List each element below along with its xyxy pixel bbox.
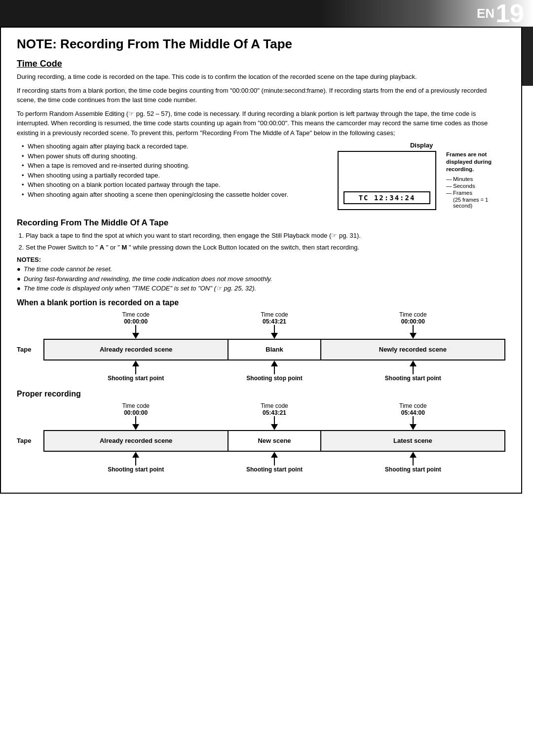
proper-seg-already: Already recorded scene bbox=[44, 431, 228, 451]
blank-arrow-below-1 bbox=[43, 360, 228, 374]
display-annotations: Frames are not displayed during recordin… bbox=[446, 151, 505, 209]
blank-shoot-label-1: Shooting start point bbox=[43, 374, 228, 382]
bullet-2: When power shuts off during shooting. bbox=[22, 151, 326, 161]
proper-arrow-up-3 bbox=[410, 452, 417, 466]
arrow-down-2 bbox=[271, 325, 278, 339]
notes-title: NOTES: bbox=[17, 256, 505, 263]
proper-tape-bar: Already recorded scene New scene Latest … bbox=[43, 430, 505, 452]
display-diagram-column: Display TC 12:34:24 Frames are not displ… bbox=[338, 142, 505, 210]
blank-tc-label-3: Time code bbox=[321, 311, 505, 318]
top-bar: EN 19 bbox=[0, 0, 533, 27]
arrow-up-2 bbox=[271, 360, 278, 374]
time-code-para2: If recording starts from a blank portion… bbox=[17, 86, 505, 105]
recording-middle-title: Recording From The Middle Of A Tape bbox=[17, 218, 505, 228]
time-code-para1: During recording, a time code is recorde… bbox=[17, 72, 505, 82]
time-code-section-title: Time Code bbox=[17, 59, 505, 69]
blank-arrow-above-2 bbox=[228, 325, 320, 339]
proper-tc-label-3: Time code bbox=[321, 402, 505, 409]
proper-arrow-down-3 bbox=[410, 416, 417, 430]
bullet-5: When shooting on a blank portion located… bbox=[22, 180, 326, 190]
time-code-para3: To perform Random Assemble Editing (☞ pg… bbox=[17, 109, 505, 138]
blank-tape-bar: Already recorded scene Blank Newly recor… bbox=[43, 339, 505, 360]
blank-arrow-below-2 bbox=[228, 360, 320, 374]
tc-display-box-wrapper: TC 12:34:24 bbox=[338, 151, 436, 210]
proper-tc-row: Time code 00:00:00 Time code 05:43:21 Ti… bbox=[17, 402, 505, 416]
proper-arrows-below bbox=[17, 452, 505, 466]
blank-portion-title: When a blank portion is recorded on a ta… bbox=[17, 298, 505, 307]
blank-tc-label-2: Time code bbox=[228, 311, 320, 318]
proper-tc-label-1: Time code bbox=[43, 402, 228, 409]
tc-display-box: TC 12:34:24 bbox=[338, 151, 436, 210]
arrow-down-3 bbox=[410, 325, 417, 339]
page-title: NOTE: Recording From The Middle Of A Tap… bbox=[17, 36, 505, 52]
blank-arrows-above bbox=[17, 325, 505, 339]
arrow-up-1 bbox=[132, 360, 139, 374]
proper-arrow-up-1 bbox=[132, 452, 139, 466]
blank-shoot-label-3: Shooting start point bbox=[321, 374, 505, 382]
frames-note: (25 frames = 1 second) bbox=[453, 197, 505, 209]
bullet-list: When shooting again after playing back a… bbox=[22, 142, 326, 199]
proper-arrow-below-1 bbox=[43, 452, 228, 466]
bullet-4: When shooting using a partially recorded… bbox=[22, 171, 326, 180]
step-2: Set the Power Switch to " A " or " M " w… bbox=[26, 243, 505, 252]
bullets-column: When shooting again after playing back a… bbox=[17, 142, 326, 210]
proper-arrow-down-1 bbox=[132, 416, 139, 430]
blank-tc-cell-2: Time code 05:43:21 bbox=[228, 311, 320, 325]
proper-arrow-above-3 bbox=[321, 416, 505, 430]
proper-tc-cell-1: Time code 00:00:00 bbox=[43, 402, 228, 416]
blank-arrow-above-3 bbox=[321, 325, 505, 339]
proper-tape-label: Tape bbox=[17, 437, 43, 444]
blank-seg-already: Already recorded scene bbox=[44, 340, 228, 360]
note-1: The time code cannot be reset. bbox=[17, 264, 505, 274]
proper-tc-value-3: 05:44:00 bbox=[321, 409, 505, 416]
frames-not-displayed: Frames are not displayed during recordin… bbox=[446, 151, 505, 173]
blank-arrows-below bbox=[17, 360, 505, 374]
blank-seg-newly: Newly recorded scene bbox=[321, 340, 504, 360]
proper-recording-section: Proper recording Time code 00:00:00 Time… bbox=[17, 390, 505, 473]
blank-seg-blank: Blank bbox=[228, 340, 321, 360]
blank-arrow-above-1 bbox=[43, 325, 228, 339]
en-prefix: EN bbox=[477, 6, 495, 21]
bullet-3: When a tape is removed and re-inserted d… bbox=[22, 161, 326, 171]
proper-tc-value-2: 05:43:21 bbox=[228, 409, 320, 416]
note-2: During fast-forwarding and rewinding, th… bbox=[17, 274, 505, 284]
blank-tape-label: Tape bbox=[17, 346, 43, 353]
display-label: Display bbox=[338, 142, 505, 149]
main-content: NOTE: Recording From The Middle Of A Tap… bbox=[0, 27, 522, 494]
note-3: The time code is displayed only when "TI… bbox=[17, 284, 505, 293]
proper-shoot-label-2: Shooting start point bbox=[228, 466, 320, 473]
proper-arrow-below-3 bbox=[321, 452, 505, 466]
proper-arrow-below-2 bbox=[228, 452, 320, 466]
blank-arrow-below-3 bbox=[321, 360, 505, 374]
proper-seg-new: New scene bbox=[228, 431, 321, 451]
proper-tc-value-1: 00:00:00 bbox=[43, 409, 228, 416]
blank-tc-label-1: Time code bbox=[43, 311, 228, 318]
proper-seg-latest: Latest scene bbox=[321, 431, 504, 451]
arrow-down-1 bbox=[132, 325, 139, 339]
page-number: 19 bbox=[495, 0, 524, 26]
proper-tape-bar-row: Tape Already recorded scene New scene La… bbox=[17, 430, 505, 452]
proper-arrows-above bbox=[17, 416, 505, 430]
steps-list: Play back a tape to find the spot at whi… bbox=[17, 231, 505, 252]
blank-tc-value-3: 00:00:00 bbox=[321, 318, 505, 325]
proper-tc-cell-2: Time code 05:43:21 bbox=[228, 402, 320, 416]
annotation-minutes: Minutes bbox=[446, 176, 505, 182]
proper-tc-cell-3: Time code 05:44:00 bbox=[321, 402, 505, 416]
proper-shoot-label-3: Shooting start point bbox=[321, 466, 505, 473]
proper-tc-label-2: Time code bbox=[228, 402, 320, 409]
proper-arrow-down-2 bbox=[271, 416, 278, 430]
blank-tape-bar-row: Tape Already recorded scene Blank Newly … bbox=[17, 339, 505, 360]
arrow-up-3 bbox=[410, 360, 417, 374]
bullet-6: When shooting again after shooting a sce… bbox=[22, 190, 326, 200]
proper-shoot-label-1: Shooting start point bbox=[43, 466, 228, 473]
proper-arrow-above-2 bbox=[228, 416, 320, 430]
right-sidebar-bar bbox=[522, 27, 533, 86]
blank-tc-row: Time code 00:00:00 Time code 05:43:21 Ti… bbox=[17, 311, 505, 325]
time-code-content: When shooting again after playing back a… bbox=[17, 142, 505, 210]
bullet-1: When shooting again after playing back a… bbox=[22, 142, 326, 151]
blank-tc-value-2: 05:43:21 bbox=[228, 318, 320, 325]
blank-shoot-labels: Shooting start point Shooting stop point… bbox=[17, 374, 505, 382]
blank-shoot-label-2: Shooting stop point bbox=[228, 374, 320, 382]
blank-tc-value-1: 00:00:00 bbox=[43, 318, 228, 325]
annotation-seconds: Seconds bbox=[446, 183, 505, 189]
